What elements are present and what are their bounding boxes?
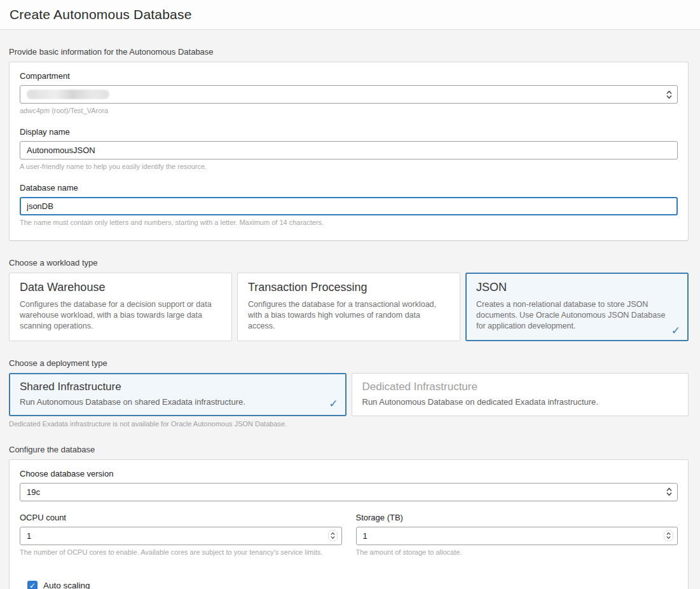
create-autonomous-database-page: Create Autonomous Database Provide basic… (0, 0, 700, 589)
configure-panel: Choose database version 19c OCPU count 1 (9, 459, 689, 589)
deployment-card-dedicated: Dedicated Infrastructure Run Autonomous … (352, 373, 689, 416)
deployment-card-description: Run Autonomous Database on shared Exadat… (20, 396, 336, 408)
compartment-field: Compartment adwc4pm (root)/Test_VArora (20, 71, 678, 114)
section-label-workload: Choose a workload type (9, 258, 689, 267)
database-name-field: Database name The name must contain only… (20, 183, 678, 226)
ocpu-count-value: 1 (27, 531, 31, 541)
workload-card-title: JSON (476, 281, 678, 294)
storage-label: Storage (TB) (356, 513, 678, 522)
ocpu-count-helper: The number of OCPU cores to enable. Avai… (20, 548, 342, 556)
deployment-note: Dedicated Exadata infrastructure is not … (9, 420, 689, 428)
workload-card-description: Configures the database for a transactio… (248, 299, 450, 332)
deployment-card-shared[interactable]: Shared Infrastructure Run Autonomous Dat… (9, 373, 347, 416)
compartment-label: Compartment (20, 71, 678, 81)
chevron-updown-icon (666, 488, 672, 496)
selected-check-icon: ✓ (671, 325, 680, 336)
page-header: Create Autonomous Database (0, 0, 700, 30)
database-name-helper: The name must contain only letters and n… (20, 219, 678, 226)
workload-card-title: Transaction Processing (248, 281, 450, 294)
storage-stepper[interactable]: 1 (356, 527, 678, 545)
compartment-value-redacted (27, 90, 109, 99)
basic-info-panel: Compartment adwc4pm (root)/Test_VArora D… (9, 62, 689, 241)
workload-cards: Data Warehouse Configures the database f… (9, 273, 689, 341)
deployment-card-description: Run Autonomous Database on dedicated Exa… (362, 396, 678, 408)
form-content: Provide basic information for the Autono… (0, 47, 700, 589)
display-name-label: Display name (20, 127, 678, 137)
auto-scaling-checkbox[interactable]: ✓ (27, 581, 38, 589)
deployment-card-title: Dedicated Infrastructure (362, 381, 678, 393)
display-name-field: Display name A user-friendly name to hel… (20, 127, 678, 170)
database-name-input-wrap (20, 197, 678, 215)
chevron-updown-icon (328, 531, 338, 541)
storage-field: Storage (TB) 1 The amount of storage to … (356, 513, 678, 567)
display-name-helper: A user-friendly name to help you easily … (20, 163, 678, 170)
section-label-basic-info: Provide basic information for the Autono… (9, 47, 689, 57)
database-version-field: Choose database version 19c (20, 469, 678, 501)
deployment-card-title: Shared Infrastructure (20, 381, 336, 393)
ocpu-count-stepper[interactable]: 1 (20, 527, 342, 545)
ocpu-count-label: OCPU count (20, 513, 342, 522)
auto-scaling-label: Auto scaling (43, 581, 90, 589)
database-version-value: 19c (27, 487, 40, 497)
selected-check-icon: ✓ (329, 398, 338, 409)
workload-card-json[interactable]: JSON Creates a non-relational database t… (465, 273, 689, 341)
workload-card-title: Data Warehouse (20, 281, 221, 294)
auto-scaling-group: ✓ Auto scaling Allows system to use up t… (20, 581, 678, 589)
storage-helper: The amount of storage to allocate. (356, 548, 678, 556)
workload-card-transaction-processing[interactable]: Transaction Processing Configures the da… (237, 273, 460, 341)
page-title: Create Autonomous Database (10, 7, 192, 22)
ocpu-storage-row: OCPU count 1 The number of OCPU cores to… (20, 513, 678, 567)
deployment-cards: Shared Infrastructure Run Autonomous Dat… (9, 373, 689, 416)
database-name-input[interactable] (27, 201, 660, 211)
section-label-configure: Configure the database (9, 445, 689, 454)
chevron-updown-icon (666, 90, 672, 98)
ocpu-count-field: OCPU count 1 The number of OCPU cores to… (20, 513, 342, 556)
workload-card-description: Configures the database for a decision s… (20, 299, 221, 332)
compartment-helper: adwc4pm (root)/Test_VArora (20, 107, 678, 114)
database-version-label: Choose database version (20, 469, 678, 478)
section-label-deployment: Choose a deployment type (9, 358, 689, 368)
compartment-select[interactable] (20, 85, 678, 104)
workload-card-data-warehouse[interactable]: Data Warehouse Configures the database f… (9, 273, 232, 341)
auto-scaling-row: ✓ Auto scaling (27, 581, 678, 589)
database-name-label: Database name (20, 183, 678, 193)
display-name-input-wrap (20, 141, 678, 159)
chevron-updown-icon (664, 531, 673, 541)
workload-card-description: Creates a non-relational database to sto… (476, 299, 678, 332)
database-version-select[interactable]: 19c (20, 483, 678, 501)
storage-value: 1 (363, 531, 367, 541)
display-name-input[interactable] (27, 146, 661, 155)
